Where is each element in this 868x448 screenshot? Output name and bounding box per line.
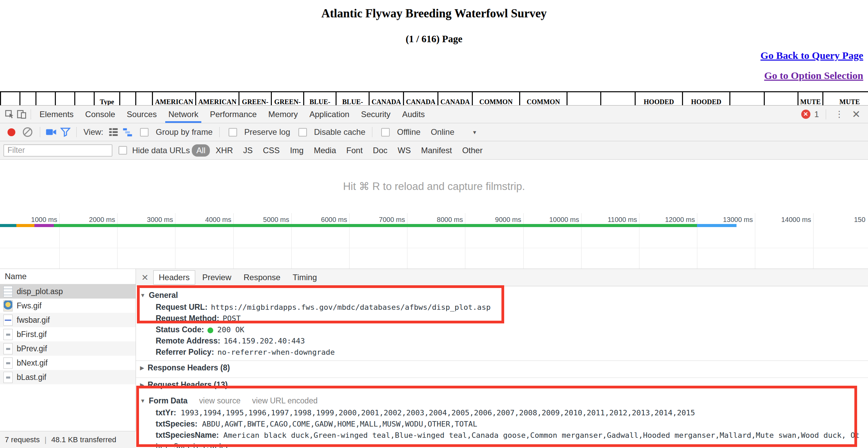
kebab-menu-icon[interactable]: ⋮ <box>833 109 846 119</box>
close-devtools-icon[interactable]: ✕ <box>850 108 863 120</box>
header-row-value: POST <box>223 314 241 323</box>
filter-funnel-icon[interactable] <box>59 126 72 138</box>
response-headers-section[interactable]: ▶ Response Headers (8) <box>136 361 868 375</box>
link-option-selection[interactable]: Go to Option Selection <box>760 70 863 81</box>
device-toolbar-icon[interactable] <box>16 108 28 121</box>
header-row-label: Remote Address: <box>156 336 220 345</box>
resource-type-filter[interactable]: WS <box>393 144 415 157</box>
devtools-tab[interactable]: Performance <box>204 106 262 123</box>
resource-type-filter[interactable]: CSS <box>259 144 284 157</box>
throttling-select[interactable]: Online <box>431 127 454 137</box>
timeline-tick-label: 9000 ms <box>495 216 521 224</box>
details-tab[interactable]: Response <box>238 271 285 284</box>
network-overview-timeline[interactable]: 1000 ms 2000 ms 3000 ms 4000 ms 5000 ms <box>0 213 868 269</box>
chevron-down-icon[interactable]: ▼ <box>472 129 477 135</box>
devtools-tabbar: Elements Console Sources Network Perform… <box>0 106 868 123</box>
request-row[interactable]: fwsbar.gif <box>0 313 136 327</box>
resource-type-filter[interactable]: Other <box>458 144 487 157</box>
inspect-element-icon[interactable] <box>3 108 16 121</box>
view-source-link[interactable]: view source <box>199 396 241 405</box>
show-overview-icon[interactable] <box>122 126 134 138</box>
timeline-tick: 13000 ms <box>755 213 755 269</box>
details-tab[interactable]: Headers <box>153 270 195 285</box>
resource-type-filter[interactable]: Media <box>309 144 340 157</box>
file-type-icon <box>3 357 13 369</box>
request-row[interactable]: bNext.gif <box>0 356 136 370</box>
divider <box>826 109 826 119</box>
resource-type-filter[interactable]: All <box>192 144 210 157</box>
page-links: Go Back to Query Page Go to Option Selec… <box>760 50 863 90</box>
preserve-log-checkbox[interactable] <box>229 128 237 137</box>
table-header-cell: AMERICAN <box>195 91 239 105</box>
request-details-panel: ✕ Headers Preview Response Timing ▼ <box>136 269 868 448</box>
disable-cache-label: Disable cache <box>314 127 366 137</box>
general-section-header[interactable]: ▼ General <box>136 286 868 302</box>
request-row[interactable]: Fws.gif <box>0 299 136 313</box>
devtools-tab[interactable]: Network <box>162 106 204 123</box>
header-row-value: 200 OK <box>217 325 244 334</box>
timeline-tick: 8000 ms <box>465 213 465 269</box>
devtools-tab[interactable]: Memory <box>263 106 304 123</box>
header-row: Referrer Policy:no-referrer-when-downgra… <box>136 347 868 358</box>
link-go-back-query[interactable]: Go Back to Query Page <box>760 50 863 61</box>
disable-cache-checkbox[interactable] <box>298 128 307 137</box>
error-badge-icon[interactable]: ✕ <box>801 110 810 119</box>
resource-type-filter[interactable]: Font <box>342 144 367 157</box>
form-data-key: txtSpeciesName: <box>156 431 219 439</box>
table-header-cell: HOODED <box>635 91 683 105</box>
form-data-section-header[interactable]: ▼ Form Data view source view URL encoded <box>136 392 868 407</box>
resource-type-filter[interactable]: Manifest <box>417 144 456 157</box>
devtools-tab[interactable]: Elements <box>34 106 79 123</box>
clear-button[interactable] <box>23 127 32 137</box>
record-button[interactable] <box>7 128 15 136</box>
timeline-tick-label: 3000 ms <box>147 216 173 224</box>
table-header-cell: BLUE- <box>303 91 337 105</box>
view-url-encoded-link[interactable]: view URL encoded <box>252 396 317 405</box>
details-tab[interactable]: Timing <box>288 271 322 284</box>
capture-screenshots-icon[interactable] <box>45 126 57 138</box>
file-name: Fws.gif <box>17 301 42 310</box>
triangle-down-icon: ▼ <box>140 398 145 404</box>
request-row[interactable]: bFirst.gif <box>0 327 136 341</box>
resource-type-filter[interactable]: JS <box>239 144 257 157</box>
offline-checkbox[interactable] <box>381 128 390 137</box>
overview-segment <box>54 224 697 227</box>
table-header-cell <box>19 91 36 105</box>
table-header-cell <box>74 91 95 105</box>
resource-type-filter[interactable]: Img <box>285 144 308 157</box>
request-row[interactable]: bPrev.gif <box>0 341 136 356</box>
details-tab[interactable]: Preview <box>197 271 236 284</box>
timeline-tick: 10000 ms <box>581 213 582 269</box>
resource-type-filters: All XHR JS CSS Img Media Font Doc WS Man… <box>192 144 487 157</box>
timeline-tick: 4000 ms <box>233 213 234 269</box>
filter-input[interactable] <box>3 144 112 157</box>
close-details-icon[interactable]: ✕ <box>139 273 151 283</box>
table-header-cell: CANADA <box>437 91 473 105</box>
triangle-down-icon: ▼ <box>140 292 145 299</box>
resource-type-filter[interactable]: XHR <box>211 144 237 157</box>
group-by-frame-checkbox[interactable] <box>140 128 149 137</box>
table-header-cell <box>35 91 56 105</box>
timeline-tick: 1000 ms <box>59 213 60 269</box>
request-row[interactable]: disp_plot.asp <box>0 284 136 299</box>
large-rows-view-icon[interactable] <box>107 126 120 138</box>
timeline-tick: 5000 ms <box>291 213 292 269</box>
triangle-right-icon: ▶ <box>140 382 144 388</box>
name-column-header[interactable]: Name <box>0 269 136 284</box>
devtools-tab[interactable]: Console <box>79 106 121 123</box>
page-title: Atlantic Flyway Breeding Waterfowl Surve… <box>0 7 868 20</box>
file-name: bFirst.gif <box>17 330 47 339</box>
devtools-tab[interactable]: Security <box>355 106 397 123</box>
form-data-value: American black duck,Green-winged teal,Bl… <box>156 431 859 448</box>
request-row[interactable]: bLast.gif <box>0 370 136 384</box>
file-type-icon <box>3 343 13 354</box>
table-header-cell <box>0 91 20 105</box>
offline-label: Offline <box>397 127 420 137</box>
hide-data-urls-checkbox[interactable] <box>119 146 127 155</box>
table-header-cell <box>135 91 153 105</box>
devtools-tab[interactable]: Audits <box>396 106 431 123</box>
devtools-tab[interactable]: Sources <box>121 106 162 123</box>
devtools-tab[interactable]: Application <box>304 106 355 123</box>
resource-type-filter[interactable]: Doc <box>369 144 392 157</box>
request-headers-section[interactable]: ▶ Request Headers (13) <box>136 378 868 392</box>
